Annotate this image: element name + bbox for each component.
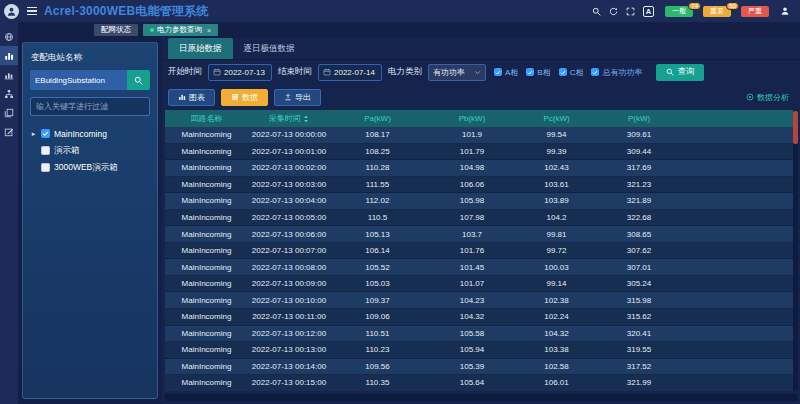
content-tab[interactable]: 逐日极值数据	[233, 38, 306, 59]
report-icon[interactable]	[0, 103, 18, 122]
column-header[interactable]: 采集时间	[248, 113, 330, 124]
table-cell: 106.14	[330, 246, 425, 255]
export-button[interactable]: 导出	[274, 89, 321, 106]
phase-checkbox[interactable]	[559, 68, 567, 76]
expand-arrow-icon[interactable]: ▸	[30, 130, 37, 138]
table-row[interactable]: MainIncoming2022-07-13 00:10:00109.37104…	[165, 292, 798, 309]
window-tab[interactable]: 配网状态	[94, 24, 138, 36]
data-analysis-link[interactable]: 数据分析	[746, 92, 794, 103]
query-button[interactable]: 查询	[656, 64, 704, 81]
alarm-level-button[interactable]: 一般74	[665, 6, 693, 17]
user-avatar[interactable]	[4, 4, 19, 19]
phase-checkbox-item[interactable]: 总有功功率	[591, 67, 642, 78]
table-row[interactable]: MainIncoming2022-07-13 00:14:00109.56105…	[165, 359, 798, 376]
table-cell: 103.38	[519, 345, 594, 354]
table-body: MainIncoming2022-07-13 00:00:00108.17101…	[165, 127, 798, 391]
table-row[interactable]: MainIncoming2022-07-13 00:03:00111.55106…	[165, 177, 798, 194]
sort-icon[interactable]	[303, 115, 309, 123]
table-row[interactable]: MainIncoming2022-07-13 00:11:00109.06104…	[165, 309, 798, 326]
table-cell: 102.58	[519, 362, 594, 371]
table-row[interactable]: MainIncoming2022-07-13 00:00:00108.17101…	[165, 127, 798, 144]
menu-toggle-icon[interactable]	[27, 7, 37, 16]
export-button-label: 导出	[295, 92, 311, 103]
phase-checkbox-item[interactable]: C相	[559, 67, 584, 78]
table-cell: 107.98	[425, 213, 519, 222]
table-row[interactable]: MainIncoming2022-07-13 00:15:00110.35105…	[165, 375, 798, 391]
table-cell: 2022-07-13 00:05:00	[248, 213, 330, 222]
table-row[interactable]: MainIncoming2022-07-13 00:02:00110.28104…	[165, 160, 798, 177]
table-row[interactable]: MainIncoming2022-07-13 00:04:00112.02105…	[165, 193, 798, 210]
phase-checkbox[interactable]	[591, 68, 599, 76]
topology-icon[interactable]	[0, 84, 18, 103]
table-cell: 105.64	[425, 378, 519, 387]
table-cell: 108.25	[330, 147, 425, 156]
alarm-level-button[interactable]: 重要50	[703, 6, 731, 17]
tree-item[interactable]: 演示箱	[30, 142, 150, 159]
table-cell: 317.52	[594, 362, 684, 371]
close-icon[interactable]: ×	[207, 27, 211, 34]
station-select-row: EBuidingSubstation	[30, 70, 150, 90]
phase-checkbox-item[interactable]: B相	[526, 67, 550, 78]
compass-icon[interactable]	[0, 27, 18, 46]
phase-checkbox-item[interactable]: A相	[494, 67, 518, 78]
data-button-label: 数据	[242, 92, 258, 103]
column-header[interactable]: P(kW)	[594, 114, 684, 123]
tree-checkbox[interactable]	[41, 146, 50, 155]
phase-checkbox[interactable]	[494, 68, 502, 76]
column-header[interactable]: Pa(kW)	[330, 114, 425, 123]
tree-item[interactable]: 3000WEB演示箱	[30, 159, 150, 176]
table-row[interactable]: MainIncoming2022-07-13 00:12:00110.51105…	[165, 326, 798, 343]
table-cell: 110.5	[330, 213, 425, 222]
vertical-scrollbar[interactable]	[793, 110, 798, 391]
end-date-input[interactable]: 2022-07-14	[318, 64, 382, 81]
table-row[interactable]: MainIncoming2022-07-13 00:07:00106.14101…	[165, 243, 798, 260]
edit-icon[interactable]	[0, 122, 18, 141]
scrollbar-thumb[interactable]	[793, 111, 798, 144]
table-cell: 101.07	[425, 279, 519, 288]
fullscreen-icon[interactable]	[626, 7, 635, 16]
power-category-label: 电力类别	[388, 66, 422, 78]
tree-item-label: MainIncoming	[54, 129, 107, 139]
phase-checkbox[interactable]	[526, 68, 534, 76]
table-row[interactable]: MainIncoming2022-07-13 00:05:00110.5107.…	[165, 210, 798, 227]
column-chart-icon[interactable]	[0, 65, 18, 84]
table-cell: 2022-07-13 00:06:00	[248, 230, 330, 239]
table-cell: 305.24	[594, 279, 684, 288]
user-icon[interactable]	[780, 6, 790, 16]
start-date-input[interactable]: 2022-07-13	[208, 64, 272, 81]
tree-item[interactable]: ▸MainIncoming	[30, 125, 150, 142]
calendar-icon	[323, 68, 331, 76]
table-cell: MainIncoming	[165, 362, 248, 371]
table-row[interactable]: MainIncoming2022-07-13 00:06:00105.13103…	[165, 226, 798, 243]
horizontal-scrollbar[interactable]	[165, 394, 798, 401]
power-category-select[interactable]: 有功功率	[428, 64, 486, 81]
tree-checkbox[interactable]	[41, 163, 50, 172]
chart-icon	[178, 93, 186, 101]
alarm-level-button[interactable]: 严重	[741, 6, 769, 17]
column-header[interactable]: Pc(kW)	[519, 114, 594, 123]
circuit-tree: ▸MainIncoming演示箱3000WEB演示箱	[30, 125, 150, 176]
tree-filter-input[interactable]	[30, 97, 150, 116]
table-cell: MainIncoming	[165, 147, 248, 156]
column-header[interactable]: 回路名称	[165, 113, 248, 124]
bar-chart-icon[interactable]	[0, 46, 18, 65]
window-tab[interactable]: 电力参数查询×	[143, 24, 218, 36]
table-cell: 105.58	[425, 329, 519, 338]
station-panel: 变配电站名称 EBuidingSubstation ▸MainIncoming演…	[22, 42, 158, 399]
chart-view-button[interactable]: 图表	[168, 89, 215, 106]
tree-item-label: 3000WEB演示箱	[54, 162, 118, 174]
station-select[interactable]: EBuidingSubstation	[30, 70, 127, 90]
column-header[interactable]: Pb(kW)	[425, 114, 519, 123]
table-row[interactable]: MainIncoming2022-07-13 00:09:00105.03101…	[165, 276, 798, 293]
station-search-button[interactable]	[127, 70, 150, 90]
table-row[interactable]: MainIncoming2022-07-13 00:08:00105.52101…	[165, 259, 798, 276]
content-tab[interactable]: 日原始数据	[168, 38, 233, 59]
language-icon[interactable]: A	[643, 6, 654, 17]
table-row[interactable]: MainIncoming2022-07-13 00:01:00108.25101…	[165, 144, 798, 161]
search-icon[interactable]	[592, 7, 601, 16]
power-category-value: 有功功率	[433, 67, 465, 78]
tree-checkbox[interactable]	[41, 129, 50, 138]
refresh-icon[interactable]	[609, 7, 618, 16]
table-row[interactable]: MainIncoming2022-07-13 00:13:00110.23105…	[165, 342, 798, 359]
data-view-button[interactable]: 数据	[221, 89, 268, 106]
